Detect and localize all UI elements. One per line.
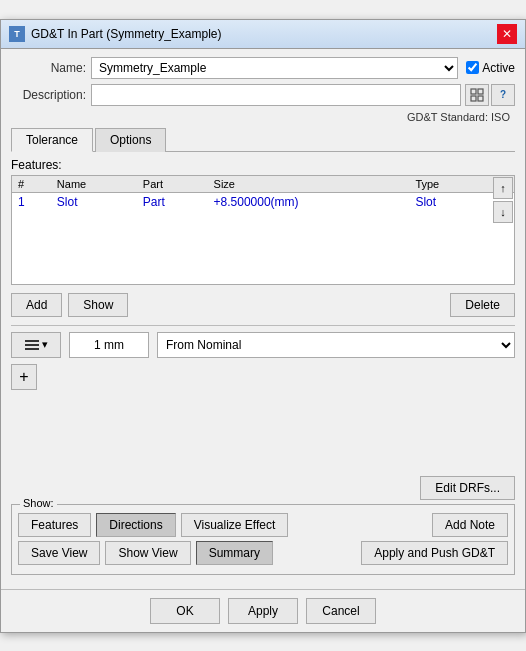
symbol-icon <box>470 88 484 102</box>
add-note-btn[interactable]: Add Note <box>432 513 508 537</box>
content-area: Name: Symmetry_Example Active Descriptio… <box>1 49 525 589</box>
add-button[interactable]: Add <box>11 293 62 317</box>
col-type: Type <box>409 176 484 193</box>
show-buttons-row1: Features Directions Visualize Effect Add… <box>18 513 508 537</box>
description-input[interactable] <box>91 84 461 106</box>
close-button[interactable]: ✕ <box>497 24 517 44</box>
divider1 <box>11 325 515 326</box>
show-button[interactable]: Show <box>68 293 128 317</box>
description-row: Description: ? <box>11 84 515 106</box>
description-label: Description: <box>11 88 86 102</box>
chevron-down-icon: ▾ <box>42 338 48 351</box>
cell-name: Slot <box>51 192 137 211</box>
col-size: Size <box>208 176 410 193</box>
features-label: Features: <box>11 158 515 172</box>
cell-size: +8.500000(mm) <box>208 192 410 211</box>
svg-rect-3 <box>478 96 483 101</box>
lines-icon <box>25 340 39 350</box>
show-section: Show: Features Directions Visualize Effe… <box>11 504 515 575</box>
name-label: Name: <box>11 61 86 75</box>
tolerance-value-input[interactable] <box>69 332 149 358</box>
features-table-container: # Name Part Size Type 1 Slot <box>11 175 515 285</box>
tolerance-type-select[interactable]: From Nominal Bilateral Unilateral <box>157 332 515 358</box>
apply-button[interactable]: Apply <box>228 598 298 624</box>
help-icon: ? <box>500 89 506 100</box>
col-name: Name <box>51 176 137 193</box>
show-buttons-row2: Save View Show View Summary Apply and Pu… <box>18 541 508 565</box>
footer-buttons: OK Apply Cancel <box>1 589 525 632</box>
directions-show-btn[interactable]: Directions <box>96 513 175 537</box>
add-tolerance-button[interactable]: + <box>11 364 37 390</box>
description-icon-btn2[interactable]: ? <box>491 84 515 106</box>
tolerance-symbol-btn[interactable]: ▾ <box>11 332 61 358</box>
show-view-btn[interactable]: Show View <box>105 541 190 565</box>
window-icon: T <box>9 26 25 42</box>
edit-drfs-row: Edit DRFs... <box>11 476 515 500</box>
tolerance-row: ▾ From Nominal Bilateral Unilateral <box>11 332 515 358</box>
col-num: # <box>12 176 51 193</box>
svg-rect-1 <box>478 89 483 94</box>
description-icon-btn1[interactable] <box>465 84 489 106</box>
move-up-button[interactable]: ↑ <box>493 177 513 199</box>
apply-push-gdt-btn[interactable]: Apply and Push GD&T <box>361 541 508 565</box>
cell-num: 1 <box>12 192 51 211</box>
table-row[interactable]: 1 Slot Part +8.500000(mm) Slot <box>12 192 514 211</box>
svg-rect-2 <box>471 96 476 101</box>
active-label[interactable]: Active <box>466 61 515 75</box>
ok-button[interactable]: OK <box>150 598 220 624</box>
svg-rect-0 <box>471 89 476 94</box>
visualize-effect-btn[interactable]: Visualize Effect <box>181 513 289 537</box>
empty-area <box>11 396 515 476</box>
main-window: T GD&T In Part (Symmetry_Example) ✕ Name… <box>0 19 526 633</box>
move-down-button[interactable]: ↓ <box>493 201 513 223</box>
delete-button[interactable]: Delete <box>450 293 515 317</box>
name-select[interactable]: Symmetry_Example <box>91 57 458 79</box>
tab-tolerance[interactable]: Tolerance <box>11 128 93 152</box>
tabs: Tolerance Options <box>11 127 515 152</box>
save-view-btn[interactable]: Save View <box>18 541 100 565</box>
edit-drfs-button[interactable]: Edit DRFs... <box>420 476 515 500</box>
cancel-button[interactable]: Cancel <box>306 598 376 624</box>
cell-part: Part <box>137 192 208 211</box>
summary-btn[interactable]: Summary <box>196 541 273 565</box>
cell-type: Slot <box>409 192 484 211</box>
features-table: # Name Part Size Type 1 Slot <box>12 176 514 211</box>
tab-options[interactable]: Options <box>95 128 166 152</box>
name-row: Name: Symmetry_Example Active <box>11 57 515 79</box>
col-part: Part <box>137 176 208 193</box>
window-title: GD&T In Part (Symmetry_Example) <box>31 27 222 41</box>
gdt-standard: GD&T Standard: ISO <box>11 111 515 123</box>
features-section: Features: # Name Part Size Type <box>11 158 515 285</box>
show-section-title: Show: <box>20 497 57 509</box>
title-bar: T GD&T In Part (Symmetry_Example) ✕ <box>1 20 525 49</box>
active-checkbox[interactable] <box>466 61 479 74</box>
features-show-btn[interactable]: Features <box>18 513 91 537</box>
add-show-delete-row: Add Show Delete <box>11 293 515 317</box>
